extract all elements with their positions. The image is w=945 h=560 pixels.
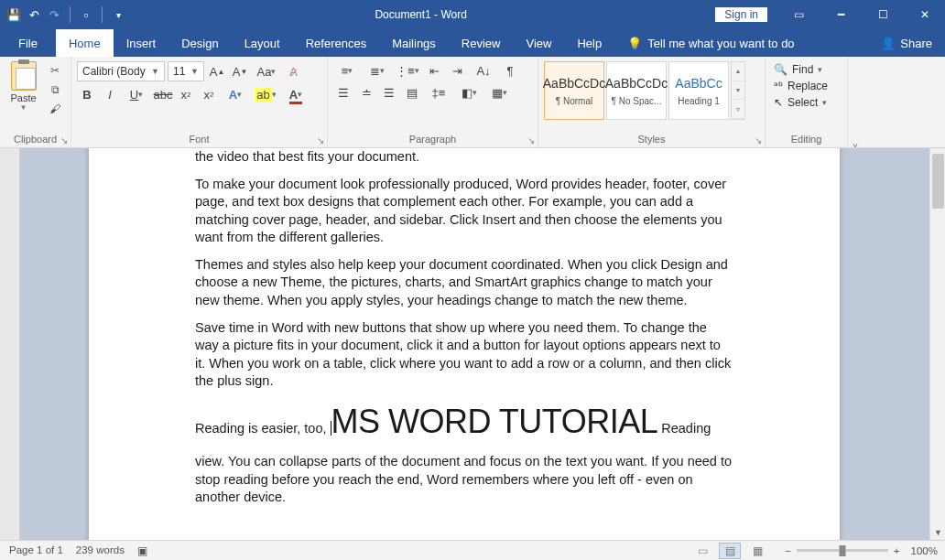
group-paragraph: ≡▾ ≣▾ ⋮≡▾ ⇤ ⇥ A↓ ¶ ☰ ≐ ☰ ▤ ‡≡ ◧▾ ▦▾ Para… (328, 57, 538, 147)
style-preview: AaBbCcDc (605, 76, 668, 91)
zoom-slider[interactable] (797, 549, 888, 552)
body-text[interactable]: To make your document look professionall… (195, 176, 733, 247)
read-mode-button[interactable]: ▭ (691, 543, 713, 559)
sort-button[interactable]: A↓ (470, 61, 497, 80)
superscript-button[interactable]: x2 (199, 85, 219, 103)
minimize-button[interactable]: ━ (820, 2, 861, 27)
group-paragraph-label: Paragraph (333, 134, 532, 146)
qat-customize-icon[interactable]: ▾ (110, 6, 126, 23)
font-color-button[interactable]: A▾ (282, 85, 310, 103)
status-bar: Page 1 of 1 239 words ▣ ▭ ▤ ▦ − + 100% (0, 540, 945, 560)
group-editing: 🔍Find▾ ᵃᵇReplace ↖Select▾ Editing (766, 57, 848, 147)
web-layout-button[interactable]: ▦ (746, 543, 768, 559)
styles-dialog-launcher[interactable]: ↘ (755, 135, 762, 145)
vertical-ruler[interactable] (0, 148, 20, 540)
multilevel-list-button[interactable]: ⋮≡▾ (394, 61, 421, 80)
style-no-spacing[interactable]: AaBbCcDc ¶ No Spac... (606, 61, 667, 120)
copy-button[interactable]: ⧉ (45, 81, 65, 98)
tab-help[interactable]: Help (564, 29, 614, 57)
undo-icon[interactable]: ↶ (26, 6, 42, 23)
style-normal[interactable]: AaBbCcDc ¶ Normal (544, 61, 604, 120)
word-count[interactable]: 239 words (76, 544, 125, 557)
align-center-button[interactable]: ≐ (356, 83, 376, 102)
tab-mailings[interactable]: Mailings (379, 29, 449, 57)
tell-me-search[interactable]: 💡 Tell me what you want to do (614, 29, 807, 57)
strikethrough-button[interactable]: abc (153, 85, 173, 103)
find-button[interactable]: 🔍Find▾ (771, 62, 842, 77)
replace-icon: ᵃᵇ (774, 80, 783, 92)
tab-file[interactable]: File (0, 29, 56, 57)
body-text[interactable]: Save time in Word with new buttons that … (195, 319, 733, 391)
vertical-scrollbar[interactable]: ▲ ▼ (929, 148, 945, 540)
align-right-button[interactable]: ☰ (379, 83, 399, 102)
text-effects-button[interactable]: A▾ (222, 85, 249, 103)
font-name-combo[interactable]: Calibri (Body▼ (77, 61, 165, 81)
shrink-font-button[interactable]: A▼ (230, 62, 250, 81)
zoom-in-button[interactable]: + (894, 545, 900, 556)
body-text[interactable]: the video that best fits your document. (195, 148, 733, 167)
style-heading1[interactable]: AaBbCc Heading 1 (668, 61, 729, 120)
subscript-button[interactable]: x2 (176, 85, 196, 103)
borders-button[interactable]: ▦▾ (485, 83, 513, 102)
show-marks-button[interactable]: ¶ (500, 61, 520, 80)
body-text[interactable]: view. You can collapse parts of the docu… (195, 453, 733, 507)
tab-references[interactable]: References (293, 29, 379, 57)
zoom-out-button[interactable]: − (785, 545, 791, 556)
page-indicator[interactable]: Page 1 of 1 (9, 544, 63, 557)
grow-font-button[interactable]: A▲ (207, 62, 227, 81)
cut-button[interactable]: ✂ (45, 62, 65, 79)
italic-button[interactable]: I (100, 85, 120, 103)
maximize-button[interactable]: ☐ (863, 2, 903, 27)
body-text[interactable]: Themes and styles also help keep your do… (195, 256, 733, 310)
page-container[interactable]: the video that best fits your document. … (20, 148, 929, 540)
bold-button[interactable]: B (77, 85, 97, 103)
replace-button[interactable]: ᵃᵇReplace (771, 79, 842, 93)
zoom-level[interactable]: 100% (911, 545, 938, 556)
font-name-value: Calibri (Body (82, 65, 146, 78)
tab-home[interactable]: Home (56, 29, 114, 57)
proofing-icon[interactable]: ▣ (137, 544, 147, 557)
select-button[interactable]: ↖Select▾ (771, 95, 842, 110)
bullets-button[interactable]: ≡▾ (333, 61, 361, 80)
numbering-button[interactable]: ≣▾ (364, 61, 391, 80)
highlight-button[interactable]: ab▾ (252, 85, 279, 103)
share-button[interactable]: 👤 Share (881, 29, 945, 57)
line-spacing-button[interactable]: ‡≡ (425, 83, 452, 102)
redo-icon[interactable]: ↷ (46, 6, 62, 23)
paragraph-dialog-launcher[interactable]: ↘ (527, 135, 535, 145)
new-doc-icon[interactable]: ▫ (78, 6, 94, 23)
scroll-thumb[interactable] (932, 154, 944, 209)
tab-design[interactable]: Design (168, 29, 231, 57)
styles-gallery-more[interactable]: ▴▾▿ (731, 61, 745, 120)
body-text-span: Reading (657, 421, 711, 436)
ribbon-display-icon[interactable]: ▭ (778, 2, 819, 27)
decrease-indent-button[interactable]: ⇤ (424, 61, 444, 80)
change-case-button[interactable]: Aa▾ (253, 62, 280, 81)
shading-button[interactable]: ◧▾ (455, 83, 483, 102)
scroll-down-button[interactable]: ▼ (930, 524, 945, 540)
close-button[interactable]: ✕ (905, 2, 945, 27)
ribbon: Paste ▼ ✂ ⧉ 🖌 Clipboard ↘ Calibri (Body▼… (0, 57, 945, 148)
lightbulb-icon: 💡 (627, 37, 642, 50)
paste-button[interactable]: Paste ▼ (5, 59, 41, 134)
document-page[interactable]: the video that best fits your document. … (89, 148, 840, 540)
increase-indent-button[interactable]: ⇥ (447, 61, 467, 80)
clear-formatting-button[interactable]: A̷ (283, 62, 303, 81)
font-dialog-launcher[interactable]: ↘ (317, 135, 324, 145)
tab-layout[interactable]: Layout (232, 29, 293, 57)
clipboard-dialog-launcher[interactable]: ↘ (60, 135, 68, 145)
collapse-ribbon-button[interactable]: ˬ (848, 57, 863, 147)
tab-view[interactable]: View (513, 29, 564, 57)
underline-button[interactable]: U▾ (123, 85, 150, 103)
font-size-combo[interactable]: 11▼ (168, 61, 204, 81)
print-layout-button[interactable]: ▤ (719, 543, 741, 559)
sign-in-button[interactable]: Sign in (715, 7, 767, 22)
justify-button[interactable]: ▤ (402, 83, 422, 102)
body-text[interactable]: Reading is easier, too, MS WORD TUTORIAL… (195, 400, 733, 445)
format-painter-button[interactable]: 🖌 (45, 101, 65, 117)
save-icon[interactable]: 💾 (5, 6, 22, 23)
align-left-button[interactable]: ☰ (333, 83, 353, 102)
body-text-span: Reading is easier, too, (195, 421, 331, 436)
tab-insert[interactable]: Insert (114, 29, 169, 57)
tab-review[interactable]: Review (449, 29, 514, 57)
